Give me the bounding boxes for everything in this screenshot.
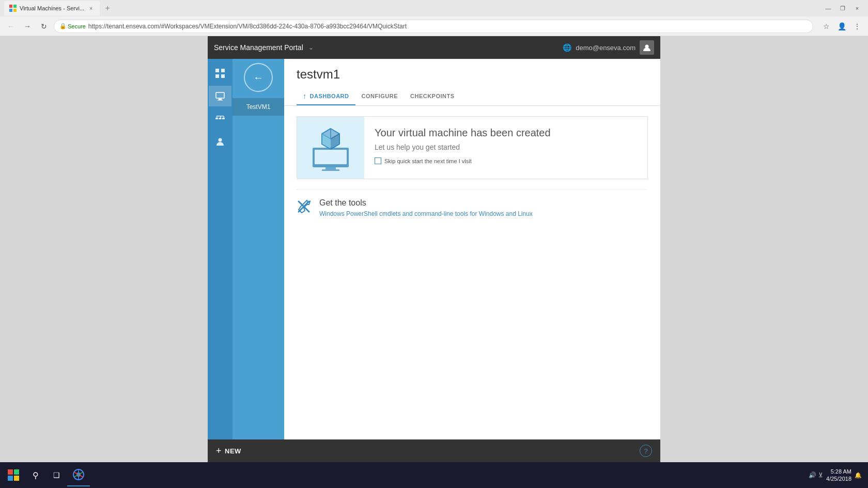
vm-title: testvm1 (297, 67, 648, 82)
address-bar[interactable]: 🔒 Secure https://tenant.enseva.com/#Work… (54, 20, 813, 33)
bottom-bar: + NEW ? (208, 439, 660, 462)
svg-rect-23 (322, 169, 339, 171)
svg-point-19 (219, 138, 222, 142)
skip-checkbox[interactable] (375, 158, 381, 164)
help-button[interactable]: ? (640, 445, 652, 457)
quickstart-text: Your virtual machine has been created Le… (375, 117, 647, 172)
chrome-icon (73, 469, 84, 480)
svg-rect-14 (222, 118, 225, 119)
wrench-icon (297, 199, 311, 214)
quickstart-heading: Your virtual machine has been created (375, 127, 639, 139)
nav-reload-button[interactable]: ↻ (37, 20, 51, 33)
tools-heading: Get the tools (319, 198, 533, 208)
sub-sidebar-item-testvm1[interactable]: TestVM1 (233, 98, 284, 116)
tab-title: Virtual Machines - Servi... (20, 5, 84, 11)
taskbar-right: 🔊 ⊻ 5:28 AM 4/25/2018 🔔 (809, 468, 866, 483)
sub-sidebar: ← TestVM1 (233, 59, 284, 439)
back-button[interactable]: ← (244, 63, 273, 92)
sidebar-item-network[interactable] (209, 108, 231, 129)
secure-badge: 🔒 Secure (59, 23, 86, 29)
svg-rect-21 (315, 150, 347, 164)
tab-dashboard[interactable]: ↑ DASHBOARD (297, 88, 355, 105)
avatar-icon (643, 43, 651, 52)
svg-rect-5 (215, 69, 219, 72)
sidebar-item-dashboard[interactable] (209, 63, 231, 84)
quickstart-banner: Your virtual machine has been created Le… (297, 116, 648, 179)
taskbar-volume-icon[interactable]: 🔊 (809, 471, 816, 479)
start-button[interactable] (2, 464, 25, 486)
url-text: https://tenant.enseva.com/#Workspaces/VM… (88, 23, 407, 30)
svg-rect-12 (215, 118, 218, 119)
svg-rect-6 (221, 69, 225, 72)
tools-section: Get the tools Windows PowerShell cmdlets… (297, 190, 648, 226)
vm-illustration (307, 124, 354, 171)
network-icon (215, 114, 225, 124)
content-body: Your virtual machine has been created Le… (284, 106, 660, 439)
svg-rect-11 (218, 100, 223, 101)
quickstart-illustration (297, 117, 364, 179)
globe-icon: 🌐 (563, 43, 571, 52)
top-nav: Service Management Portal ⌄ 🌐 demo@ensev… (208, 36, 660, 59)
tab-favicon (9, 5, 17, 12)
taskbar-task-view-button[interactable]: ❑ (47, 465, 66, 485)
tab-close-button[interactable]: × (87, 5, 95, 12)
new-label: NEW (225, 447, 241, 455)
svg-rect-8 (221, 74, 225, 78)
svg-rect-0 (9, 5, 12, 8)
skip-checkbox-wrap: Skip quick start the next time I visit (375, 158, 639, 164)
svg-rect-3 (13, 9, 17, 12)
profile-button[interactable]: 👤 (835, 20, 848, 33)
taskbar-search-button[interactable]: ⚲ (26, 465, 45, 485)
skip-label: Skip quick start the next time I visit (384, 158, 472, 164)
taskbar-network-icon[interactable]: ⊻ (818, 471, 823, 479)
tab-checkpoints[interactable]: CHECKPOINTS (404, 89, 461, 104)
tools-link[interactable]: Windows PowerShell cmdlets and command-l… (319, 210, 533, 217)
window-restore-button[interactable]: ❐ (836, 2, 849, 15)
content-area: testvm1 ↑ DASHBOARD CONFIGURE CHECKPOINT… (284, 59, 660, 439)
upload-icon: ↑ (303, 92, 307, 100)
svg-rect-2 (9, 9, 12, 12)
svg-rect-36 (14, 476, 19, 481)
tools-icon (297, 199, 311, 217)
sidebar-item-vms[interactable] (209, 86, 231, 106)
new-tab-button[interactable]: + (100, 2, 115, 15)
window-close-button[interactable]: × (850, 2, 864, 15)
svg-rect-34 (14, 469, 19, 475)
user-email: demo@enseva.com (576, 44, 636, 52)
taskbar-notification-button[interactable]: 🔔 (855, 472, 862, 479)
svg-rect-1 (13, 5, 17, 8)
monitor-icon (215, 91, 225, 101)
new-button[interactable]: + NEW (216, 446, 241, 456)
tab-configure[interactable]: CONFIGURE (355, 89, 405, 104)
svg-rect-35 (8, 476, 13, 481)
svg-rect-13 (219, 118, 222, 119)
nav-chevron[interactable]: ⌄ (308, 44, 314, 51)
svg-rect-10 (219, 99, 222, 100)
taskbar-chrome-button[interactable] (67, 464, 90, 486)
portal-title: Service Management Portal (214, 43, 303, 52)
content-header: testvm1 ↑ DASHBOARD CONFIGURE CHECKPOINT… (284, 59, 660, 106)
svg-rect-7 (215, 74, 219, 78)
bookmark-button[interactable]: ☆ (819, 20, 833, 33)
browser-tab[interactable]: Virtual Machines - Servi... × (4, 1, 100, 15)
quickstart-subheading: Let us help you get started (375, 143, 639, 151)
svg-rect-9 (216, 92, 224, 98)
windows-icon (8, 469, 19, 481)
taskbar-clock[interactable]: 5:28 AM 4/25/2018 (826, 468, 851, 483)
grid-icon (215, 68, 225, 78)
sidebar-item-users[interactable] (209, 131, 231, 152)
taskbar: ⚲ ❑ 🔊 ⊻ 5:28 AM 4/25/2018 🔔 (0, 462, 868, 488)
window-minimize-button[interactable]: — (822, 2, 835, 15)
tools-content: Get the tools Windows PowerShell cmdlets… (319, 198, 533, 217)
nav-back-button[interactable]: ← (4, 20, 18, 33)
content-tabs: ↑ DASHBOARD CONFIGURE CHECKPOINTS (297, 88, 648, 105)
svg-rect-22 (326, 167, 336, 169)
nav-forward-button[interactable]: → (21, 20, 34, 33)
svg-rect-18 (216, 116, 224, 117)
menu-button[interactable]: ⋮ (850, 20, 864, 33)
notification-area: 🔊 ⊻ (809, 471, 823, 479)
user-icon (215, 136, 225, 147)
svg-rect-33 (8, 469, 13, 475)
sidebar (208, 59, 233, 439)
user-avatar[interactable] (640, 40, 654, 55)
